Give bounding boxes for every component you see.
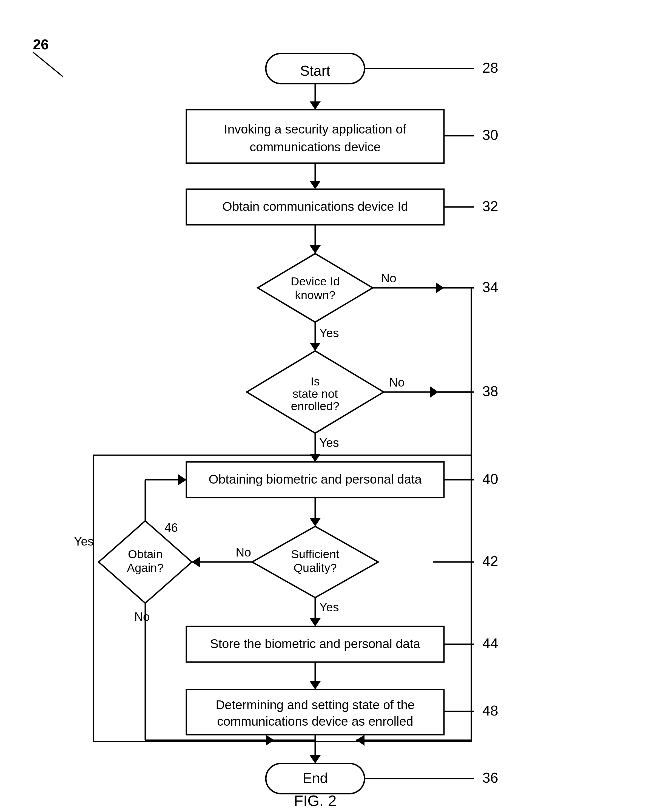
figure-ref-label: 26	[33, 37, 49, 52]
no-label-34: No	[381, 271, 396, 285]
ref-42: 42	[482, 553, 498, 569]
ref-32: 32	[482, 198, 498, 214]
device-known-label-2: known?	[295, 288, 335, 301]
end-label: End	[303, 770, 328, 786]
yes-label-quality: Yes	[319, 600, 339, 614]
ref-40: 40	[482, 471, 498, 487]
state-enrolled-label-1: Is	[311, 375, 320, 388]
obtain-again-label-2: Again?	[127, 561, 164, 574]
state-enrolled-label-2: state not	[293, 387, 338, 400]
ref-30: 30	[482, 127, 498, 143]
diagram-container: 26 Start 28 Invoking a security applicat…	[0, 0, 655, 812]
invoke-label-1: Invoking a security application of	[224, 122, 406, 136]
ref-28: 28	[482, 60, 498, 76]
ref-44: 44	[482, 635, 498, 651]
device-known-label-1: Device Id	[291, 275, 340, 288]
ref-34: 34	[482, 279, 498, 295]
obtain-id-label: Obtain communications device Id	[222, 199, 408, 214]
fig-label: FIG. 2	[294, 792, 337, 809]
svg-rect-6	[186, 110, 444, 163]
determining-label-2: communications device as enrolled	[217, 714, 413, 728]
determining-label-1: Determining and setting state of the	[216, 698, 415, 712]
state-enrolled-label-3: enrolled?	[291, 400, 340, 412]
no-label-quality: No	[236, 546, 251, 559]
yes-label-device: Yes	[319, 326, 339, 340]
start-label: Start	[300, 63, 330, 79]
ref-36: 36	[482, 770, 498, 786]
ref-48: 48	[482, 703, 498, 718]
store-label: Store the biometric and personal data	[210, 637, 420, 651]
invoke-label-2: communications device	[250, 140, 381, 154]
ref-38: 38	[482, 383, 498, 399]
ref-46: 46	[165, 521, 178, 534]
yes-label-enrolled: Yes	[319, 436, 339, 449]
sufficient-quality-label-2: Quality?	[294, 561, 337, 574]
no-label-38: No	[389, 375, 404, 389]
obtain-biometric-label: Obtaining biometric and personal data	[209, 472, 422, 486]
obtain-again-label-1: Obtain	[128, 547, 163, 561]
no-label-obtain-again: No	[134, 610, 150, 623]
sufficient-quality-label-1: Sufficient	[291, 547, 339, 561]
yes-label-obtain-again: Yes	[74, 535, 94, 548]
